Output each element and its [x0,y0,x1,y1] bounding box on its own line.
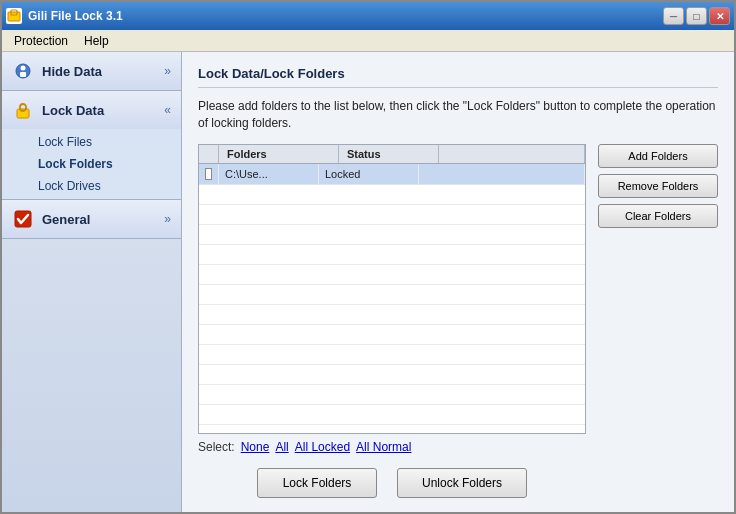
sidebar: Hide Data » Lock Data « [2,52,182,512]
svg-rect-4 [20,72,26,77]
select-label: Select: [198,440,235,454]
empty-row [199,185,585,205]
panel-body: Folders Status C:\Use... Locked [198,144,718,498]
app-icon [6,8,22,24]
window-title: Gili File Lock 3.1 [28,9,123,23]
th-folders: Folders [219,145,339,163]
sidebar-item-lock-drives[interactable]: Lock Drives [2,175,181,197]
table-row[interactable]: C:\Use... Locked [199,164,585,185]
table-area: Folders Status C:\Use... Locked [198,144,586,498]
lock-data-label: Lock Data [42,103,156,118]
select-none[interactable]: None [241,440,270,454]
row-folder: C:\Use... [219,164,319,184]
minimize-button[interactable]: ─ [663,7,684,25]
panel-description: Please add folders to the list below, th… [198,98,718,132]
button-panel: Add Folders Remove Folders Clear Folders [598,144,718,498]
lock-data-arrow: « [164,103,171,117]
add-folders-button[interactable]: Add Folders [598,144,718,168]
panel-title: Lock Data/Lock Folders [198,66,718,88]
sidebar-section-general: General » [2,200,181,239]
empty-rows [199,185,585,425]
th-rest [439,145,585,163]
menu-item-protection[interactable]: Protection [6,32,76,50]
hide-data-label: Hide Data [42,64,156,79]
bottom-buttons: Lock Folders Unlock Folders [198,458,586,498]
clear-folders-button[interactable]: Clear Folders [598,204,718,228]
menu-item-help[interactable]: Help [76,32,117,50]
svg-rect-0 [8,12,20,21]
empty-row [199,405,585,425]
maximize-button[interactable]: □ [686,7,707,25]
select-bar: Select: None All All Locked All Normal [198,440,586,454]
remove-folders-button[interactable]: Remove Folders [598,174,718,198]
th-status: Status [339,145,439,163]
title-bar: Gili File Lock 3.1 ─ □ ✕ [2,2,734,30]
row-rest [419,164,585,184]
general-icon [12,208,34,230]
empty-row [199,225,585,245]
hide-data-arrow: » [164,64,171,78]
general-label: General [42,212,156,227]
empty-row [199,265,585,285]
sidebar-header-lock-data[interactable]: Lock Data « [2,91,181,129]
empty-row [199,385,585,405]
empty-row [199,305,585,325]
main-window: Gili File Lock 3.1 ─ □ ✕ Protection Help [0,0,736,514]
select-all-locked[interactable]: All Locked [295,440,350,454]
sidebar-header-general[interactable]: General » [2,200,181,238]
empty-row [199,325,585,345]
row-status: Locked [319,164,419,184]
sidebar-item-lock-folders[interactable]: Lock Folders [2,153,181,175]
unlock-folders-button[interactable]: Unlock Folders [397,468,527,498]
menu-bar: Protection Help [2,30,734,52]
title-bar-left: Gili File Lock 3.1 [6,8,123,24]
lock-data-icon [12,99,34,121]
sidebar-item-lock-files[interactable]: Lock Files [2,131,181,153]
empty-row [199,285,585,305]
empty-row [199,345,585,365]
select-all-normal[interactable]: All Normal [356,440,411,454]
window-controls: ─ □ ✕ [663,7,730,25]
sidebar-header-hide-data[interactable]: Hide Data » [2,52,181,90]
sidebar-section-hide-data: Hide Data » [2,52,181,91]
empty-row [199,365,585,385]
row-checkbox[interactable] [205,168,212,180]
folders-table: Folders Status C:\Use... Locked [198,144,586,434]
close-button[interactable]: ✕ [709,7,730,25]
table-header: Folders Status [199,145,585,164]
empty-row [199,245,585,265]
main-content: Hide Data » Lock Data « [2,52,734,512]
row-checkbox-cell [199,164,219,184]
empty-row [199,205,585,225]
hide-data-icon [12,60,34,82]
th-checkbox [199,145,219,163]
general-arrow: » [164,212,171,226]
select-all[interactable]: All [275,440,288,454]
lock-folders-button[interactable]: Lock Folders [257,468,377,498]
lock-data-subitems: Lock Files Lock Folders Lock Drives [2,129,181,199]
content-panel: Lock Data/Lock Folders Please add folder… [182,52,734,512]
sidebar-section-lock-data: Lock Data « Lock Files Lock Folders Lock… [2,91,181,200]
svg-point-3 [21,66,26,71]
